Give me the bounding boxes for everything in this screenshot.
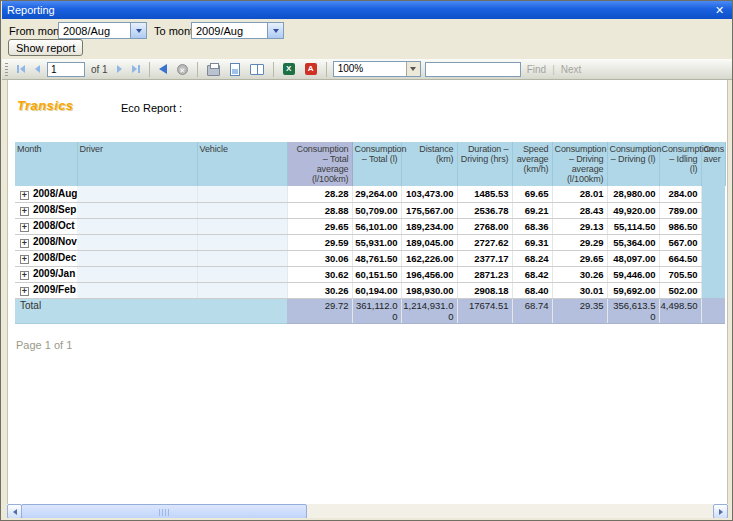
vehicle-cell [197,186,287,202]
value-cell: 189,045.00 [401,234,457,250]
value-cell: 189,234.00 [401,218,457,234]
report-title: Eco Report : [121,102,182,114]
table-row: 2009/Feb30.2660,194.00198,930.002908.186… [15,282,725,298]
month-cell: 2008/Nov [15,234,77,250]
value-cell: 664.50 [659,250,701,266]
window-bottom-frame [1,518,732,520]
scroll-left-button[interactable] [7,504,22,519]
previous-page-icon [35,65,40,73]
value-cell: 55,364.00 [607,234,659,250]
expand-icon[interactable] [20,287,29,296]
transics-logo: Transics [17,98,73,113]
vehicle-cell [197,250,287,266]
toolbar-separator [149,62,150,77]
value-cell: 68.40 [512,282,552,298]
next-page-button[interactable] [114,64,125,74]
value-cell: 68.24 [512,250,552,266]
value-cell: 68.36 [512,218,552,234]
excel-icon [283,63,295,75]
vehicle-cell [197,234,287,250]
clipped-column-cell [701,186,725,202]
value-cell: 2727.62 [457,234,512,250]
to-month-dropdown-button[interactable] [267,23,283,38]
print-button[interactable] [204,62,223,77]
value-cell: 60,151.50 [352,266,401,282]
toolbar-separator [273,62,274,77]
export-pdf-button[interactable] [302,62,320,76]
clipped-column-cell [701,266,725,282]
value-cell: 29.65 [287,218,352,234]
month-cell: 2009/Feb [15,282,77,298]
total-value-cell: 361,112.00 [352,298,401,323]
page-count-label: of 1 [89,64,110,75]
clipped-column-cell [701,282,725,298]
horizontal-scrollbar[interactable] [7,504,728,519]
value-cell: 30.26 [287,282,352,298]
month-cell: 2008/Sep [15,202,77,218]
vehicle-cell [197,202,287,218]
toolbar-grip[interactable] [5,63,8,76]
scroll-right-button[interactable] [713,504,728,519]
expand-icon[interactable] [20,207,29,216]
total-value-cell: 356,613.50 [607,298,659,323]
scroll-right-icon [719,509,723,515]
expand-icon[interactable] [20,191,29,200]
scroll-left-icon [13,509,17,515]
value-cell: 2871.23 [457,266,512,282]
value-cell: 48,761.50 [352,250,401,266]
first-page-button[interactable] [14,64,28,74]
expand-icon[interactable] [20,255,29,264]
total-value-cell: 68.74 [512,298,552,323]
column-header: Month [15,142,77,186]
find-text-input[interactable] [425,62,521,77]
last-page-button[interactable] [129,64,143,74]
previous-page-button[interactable] [32,64,43,74]
value-cell: 2377.17 [457,250,512,266]
driver-cell [77,186,197,202]
column-header: Cons aver [701,142,725,186]
value-cell: 30.26 [552,266,607,282]
to-month-combobox[interactable]: 2009/Aug [191,22,284,39]
last-page-icon-bar [138,65,140,73]
expand-icon[interactable] [20,239,29,248]
month-cell: 2008/Aug [15,186,77,202]
show-report-button[interactable]: Show report [8,39,83,56]
from-month-combobox[interactable]: 2008/Aug [58,22,147,39]
back-button[interactable] [156,63,170,75]
month-cell: 2008/Oct [15,218,77,234]
page-number-label: Page 1 of 1 [16,339,72,351]
month-cell: 2008/Dec [15,250,77,266]
clipped-column-cell [701,218,725,234]
column-header: Driver [77,142,197,186]
table-row: 2008/Aug28.2829,264.00103,473.001485.536… [15,186,725,202]
total-empty-cell [77,298,197,323]
value-cell: 49,920.00 [607,202,659,218]
vehicle-cell [197,218,287,234]
value-cell: 69.65 [512,186,552,202]
zoom-dropdown-button[interactable] [406,62,420,76]
zoom-combobox[interactable]: 100% [333,61,421,77]
total-label-cell: Total [15,298,77,323]
current-page-input[interactable] [47,62,85,77]
value-cell: 69.31 [512,234,552,250]
close-button[interactable]: ✕ [711,3,728,17]
next-link[interactable]: Next [559,64,584,75]
driver-cell [77,202,197,218]
find-link[interactable]: Find [525,64,548,75]
value-cell: 29.29 [552,234,607,250]
expand-icon[interactable] [20,271,29,280]
value-cell: 29.65 [552,250,607,266]
scrollbar-thumb[interactable] [21,504,307,519]
value-cell: 29.13 [552,218,607,234]
stop-button[interactable] [174,63,191,76]
from-month-dropdown-button[interactable] [130,23,146,38]
print-layout-button[interactable] [227,62,243,77]
value-cell: 28.43 [552,202,607,218]
page-setup-button[interactable] [247,63,267,76]
column-header: Consumption – Driving average (l/100km) [552,142,607,186]
export-excel-button[interactable] [280,62,298,76]
find-next-separator: | [552,64,555,75]
expand-icon[interactable] [20,223,29,232]
value-cell: 284.00 [659,186,701,202]
value-cell: 28,980.00 [607,186,659,202]
